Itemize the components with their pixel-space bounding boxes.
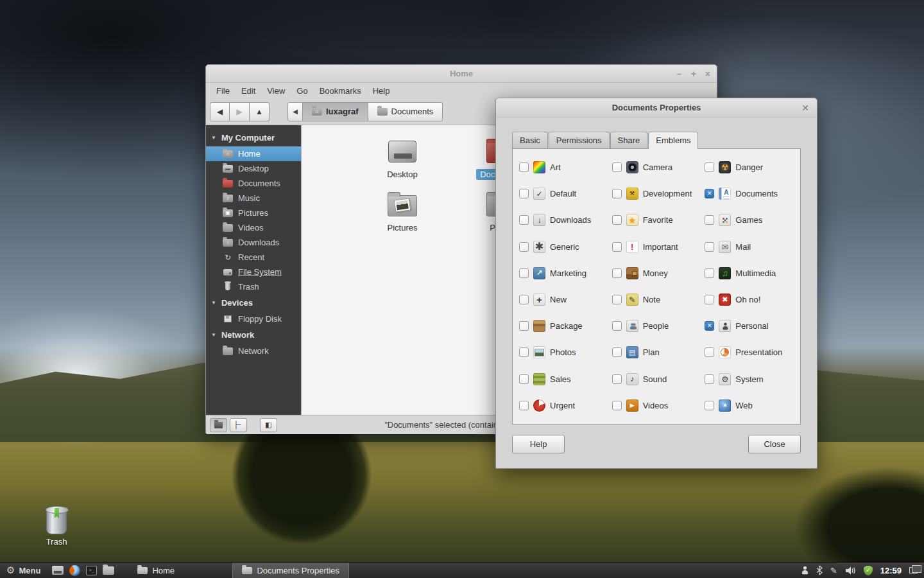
- sidebar-item-videos[interactable]: Videos: [206, 220, 301, 235]
- sidebar-section-my-computer[interactable]: ▼My Computer: [206, 129, 301, 146]
- tab-emblems[interactable]: Emblems: [648, 132, 698, 149]
- file-label: Pictures: [384, 222, 422, 233]
- sidebar-item-trash[interactable]: Trash: [206, 279, 301, 294]
- breadcrumb-documents[interactable]: Documents: [368, 102, 443, 121]
- danger-emblem-icon: ☢: [719, 161, 731, 173]
- sidebar-item-desktop[interactable]: ▬Desktop: [206, 161, 301, 176]
- emblem-checkbox-presentation[interactable]: [705, 347, 714, 357]
- emblem-checkbox-documents[interactable]: [705, 189, 714, 198]
- emblem-checkbox-photos[interactable]: [519, 347, 529, 357]
- sidebar-item-home[interactable]: ⌂Home: [206, 146, 301, 161]
- emblem-checkbox-urgent[interactable]: [519, 401, 529, 410]
- terminal-icon[interactable]: >_: [86, 566, 97, 575]
- sidebar-item-music[interactable]: ♪Music: [206, 191, 301, 206]
- emblem-label: Art: [550, 162, 561, 172]
- back-button[interactable]: ◀: [210, 102, 230, 121]
- user-applet-icon[interactable]: [801, 566, 809, 575]
- menu-button[interactable]: ⚙ Menu: [0, 563, 47, 578]
- emblem-checkbox-people[interactable]: [612, 321, 622, 331]
- emblem-checkbox-danger[interactable]: [705, 162, 714, 172]
- taskbar-window-home[interactable]: Home: [128, 563, 230, 578]
- menu-view[interactable]: View: [262, 85, 290, 97]
- file-item-desktop[interactable]: Desktop: [353, 137, 452, 180]
- emblem-checkbox-multimedia[interactable]: [705, 268, 714, 278]
- emblem-checkbox-sound[interactable]: [612, 374, 622, 384]
- maximize-icon[interactable]: +: [691, 69, 696, 78]
- emblem-row-presentation: Presentation: [705, 339, 798, 365]
- gear-icon: ⚙: [6, 565, 15, 576]
- minimize-icon[interactable]: –: [677, 69, 682, 78]
- close-icon[interactable]: ✕: [801, 103, 809, 113]
- emblem-label: Camera: [643, 162, 672, 172]
- close-button[interactable]: Close: [748, 435, 801, 453]
- sidebar-item-network[interactable]: Network: [206, 344, 301, 358]
- menu-help[interactable]: Help: [368, 85, 395, 97]
- emblem-checkbox-important[interactable]: [612, 242, 622, 252]
- sidebar-item-recent[interactable]: ↻Recent: [206, 250, 301, 265]
- emblem-checkbox-games[interactable]: [705, 215, 714, 225]
- help-button[interactable]: Help: [512, 435, 565, 453]
- emblem-checkbox-note[interactable]: [612, 295, 622, 304]
- desktop-trash-shortcut[interactable]: Trash: [36, 509, 77, 547]
- tab-permissions[interactable]: Permissions: [549, 132, 610, 148]
- file-item-pictures[interactable]: Pictures: [353, 190, 452, 233]
- sidebar-item-pictures[interactable]: ▣Pictures: [206, 206, 301, 220]
- emblem-row-photos: Photos: [519, 339, 612, 365]
- emblem-checkbox-videos[interactable]: [612, 401, 622, 410]
- emblem-checkbox-marketing[interactable]: [519, 268, 529, 278]
- sidebar-item-documents[interactable]: Documents: [206, 176, 301, 191]
- path-scroll-left-button[interactable]: ◀: [287, 102, 303, 121]
- emblem-label: Personal: [735, 321, 768, 331]
- files-icon[interactable]: [103, 566, 114, 575]
- taskbar: ⚙ Menu >_ HomeDocuments Properties ✎ 12:…: [0, 562, 924, 578]
- sidebar-item-floppy-disk[interactable]: Floppy Disk: [206, 311, 301, 326]
- sidebar-item-downloads[interactable]: ↓Downloads: [206, 235, 301, 250]
- sidebar-item-label: Videos: [238, 223, 264, 232]
- emblem-checkbox-personal[interactable]: [705, 321, 714, 331]
- emblem-checkbox-web[interactable]: [705, 401, 714, 410]
- emblem-checkbox-favorite[interactable]: [612, 215, 622, 225]
- sidebar-section-network[interactable]: ▼Network: [206, 326, 301, 344]
- sales-emblem-icon: [533, 373, 545, 385]
- emblem-checkbox-plan[interactable]: [612, 347, 622, 357]
- emblem-checkbox-art[interactable]: [519, 162, 529, 172]
- emblem-checkbox-money[interactable]: [612, 268, 622, 278]
- forward-button[interactable]: ▶: [230, 102, 250, 121]
- emblem-checkbox-generic[interactable]: [519, 242, 529, 252]
- home-titlebar[interactable]: Home – + ×: [206, 65, 717, 83]
- pen-icon[interactable]: ✎: [830, 566, 837, 575]
- tab-basic[interactable]: Basic: [512, 132, 548, 148]
- clock[interactable]: 12:59: [880, 566, 902, 575]
- emblem-checkbox-default[interactable]: [519, 189, 529, 198]
- emblem-checkbox-downloads[interactable]: [519, 215, 529, 225]
- menu-bookmarks[interactable]: Bookmarks: [314, 85, 366, 97]
- breadcrumb-luxagraf[interactable]: ⌂luxagraf: [303, 102, 368, 121]
- emblem-checkbox-development[interactable]: [612, 189, 622, 198]
- photo-emblem-icon: [394, 198, 411, 212]
- emblem-checkbox-system[interactable]: [705, 374, 714, 384]
- menu-file[interactable]: File: [211, 85, 235, 97]
- menu-go[interactable]: Go: [291, 85, 312, 97]
- menu-edit[interactable]: Edit: [236, 85, 261, 97]
- emblem-checkbox-sales[interactable]: [519, 374, 529, 384]
- camera-emblem-icon: [626, 161, 638, 173]
- up-button[interactable]: ▲: [250, 102, 270, 121]
- update-shield-icon[interactable]: [864, 566, 873, 575]
- menubar: FileEditViewGoBookmarksHelp: [206, 83, 717, 98]
- emblem-checkbox-package[interactable]: [519, 321, 529, 331]
- volume-icon[interactable]: [845, 566, 856, 575]
- emblem-checkbox-mail[interactable]: [705, 242, 714, 252]
- close-icon[interactable]: ×: [705, 69, 710, 78]
- taskbar-window-documents-properties[interactable]: Documents Properties: [232, 563, 349, 578]
- sidebar-item-file-system[interactable]: File System: [206, 265, 301, 279]
- emblem-checkbox-camera[interactable]: [612, 162, 622, 172]
- bluetooth-icon[interactable]: [816, 565, 823, 575]
- emblem-checkbox-new[interactable]: [519, 295, 529, 304]
- window-quicklist-icon[interactable]: [909, 567, 918, 574]
- show-desktop-icon[interactable]: [52, 566, 64, 575]
- sidebar-section-devices[interactable]: ▼Devices: [206, 294, 301, 311]
- emblem-checkbox-ohno[interactable]: [705, 295, 714, 304]
- dialog-titlebar[interactable]: Documents Properties ✕: [496, 98, 817, 118]
- tab-share[interactable]: Share: [610, 132, 648, 148]
- firefox-icon[interactable]: [69, 565, 80, 576]
